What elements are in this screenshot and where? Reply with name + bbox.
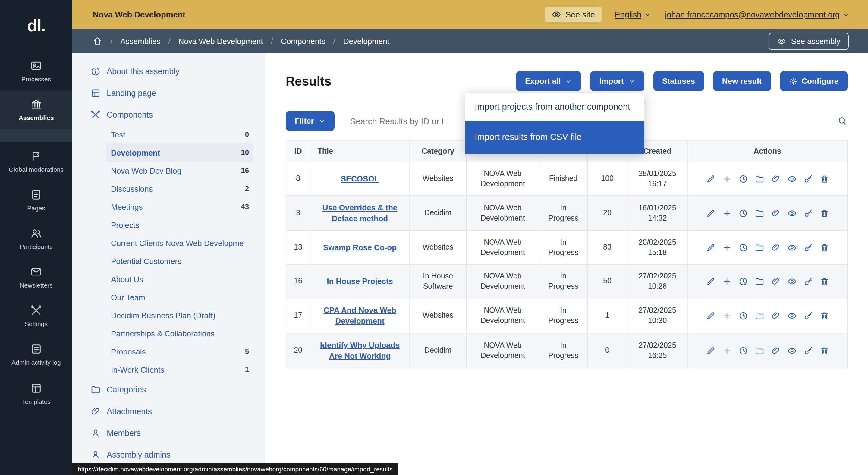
history-icon[interactable]: [738, 208, 748, 218]
edit-icon[interactable]: [706, 208, 715, 218]
permissions-icon[interactable]: [803, 243, 813, 252]
attachments-icon[interactable]: [771, 276, 780, 286]
dropdown-item-import-projects[interactable]: Import projects from another component: [465, 93, 644, 121]
history-icon[interactable]: [738, 243, 748, 252]
component-item-partnerships[interactable]: Partnerships & Collaborations: [106, 324, 254, 342]
result-title-link[interactable]: Swamp Rose Co-op: [323, 243, 397, 252]
component-item-blog[interactable]: Nova Web Dev Blog 16: [106, 162, 254, 180]
folder-icon[interactable]: [754, 311, 764, 320]
breadcrumb-item-assemblies[interactable]: Assemblies: [120, 36, 160, 45]
permissions-icon[interactable]: [803, 174, 813, 184]
result-title-link[interactable]: CPA And Nova Web Development: [323, 306, 396, 325]
component-item-meetings[interactable]: Meetings 43: [106, 198, 254, 216]
menu-assembly-admins[interactable]: Assembly admins: [72, 444, 265, 465]
nova-logo[interactable]: dl.: [0, 0, 72, 52]
sidebar-item-templates[interactable]: Templates: [0, 374, 72, 413]
folder-icon[interactable]: [754, 346, 764, 355]
new-result-button[interactable]: New result: [713, 71, 771, 91]
add-icon[interactable]: [722, 174, 732, 184]
sidebar-item-settings[interactable]: Settings: [0, 297, 72, 336]
component-item-proposals[interactable]: Proposals 5: [106, 342, 254, 360]
preview-icon[interactable]: [787, 208, 797, 218]
menu-about-assembly[interactable]: About this assembly: [72, 60, 265, 82]
attachments-icon[interactable]: [771, 243, 780, 252]
export-all-button[interactable]: Export all: [516, 71, 581, 91]
see-site-button[interactable]: See site: [545, 7, 601, 22]
edit-icon[interactable]: [706, 276, 715, 286]
folder-icon[interactable]: [754, 208, 764, 218]
attachments-icon[interactable]: [771, 346, 780, 355]
language-selector[interactable]: English: [615, 10, 652, 19]
filter-button[interactable]: Filter: [286, 111, 335, 131]
preview-icon[interactable]: [787, 276, 797, 286]
add-icon[interactable]: [722, 346, 732, 355]
folder-icon[interactable]: [754, 276, 764, 286]
menu-components[interactable]: Components: [72, 104, 265, 125]
home-icon[interactable]: [93, 36, 102, 46]
breadcrumb-item-assembly[interactable]: Nova Web Development: [178, 36, 263, 45]
dropdown-item-import-csv[interactable]: Import results from CSV file: [465, 121, 644, 154]
preview-icon[interactable]: [787, 174, 797, 184]
sidebar-item-assemblies[interactable]: Assemblies: [0, 90, 72, 129]
edit-icon[interactable]: [706, 174, 715, 184]
result-title-link[interactable]: Use Overrides & the Deface method: [322, 203, 398, 223]
edit-icon[interactable]: [706, 311, 715, 320]
configure-button[interactable]: Configure: [780, 71, 847, 91]
component-item-current-clients[interactable]: Current Clients Nova Web Development: [106, 234, 254, 252]
edit-icon[interactable]: [706, 346, 715, 355]
folder-icon[interactable]: [754, 174, 764, 184]
history-icon[interactable]: [738, 311, 748, 320]
add-icon[interactable]: [722, 208, 732, 218]
menu-attachments[interactable]: Attachments: [72, 400, 265, 422]
component-item-business-plan[interactable]: Decidim Business Plan (Draft): [106, 306, 254, 324]
result-title-link[interactable]: SECOSOL: [341, 174, 379, 183]
attachments-icon[interactable]: [771, 311, 780, 320]
preview-icon[interactable]: [787, 243, 797, 252]
see-assembly-button[interactable]: See assembly: [769, 32, 849, 50]
delete-icon[interactable]: [819, 243, 829, 252]
breadcrumb-item-development[interactable]: Development: [343, 36, 390, 45]
menu-landing-page[interactable]: Landing page: [72, 82, 265, 104]
component-item-potential-customers[interactable]: Potential Customers: [106, 252, 254, 270]
component-item-discussions[interactable]: Discussions 2: [106, 180, 254, 198]
preview-icon[interactable]: [787, 346, 797, 355]
permissions-icon[interactable]: [803, 311, 813, 320]
delete-icon[interactable]: [819, 346, 829, 355]
folder-icon[interactable]: [754, 243, 764, 252]
delete-icon[interactable]: [819, 276, 829, 286]
component-item-test[interactable]: Test 0: [106, 125, 254, 144]
delete-icon[interactable]: [819, 208, 829, 218]
attachments-icon[interactable]: [771, 174, 780, 184]
sidebar-item-admin-activity-log[interactable]: Admin activity log: [0, 336, 72, 374]
preview-icon[interactable]: [787, 311, 797, 320]
permissions-icon[interactable]: [803, 208, 813, 218]
component-item-development[interactable]: Development 10: [106, 144, 254, 162]
user-menu[interactable]: johan.francocampos@novawebdevelopment.or…: [665, 10, 850, 19]
add-icon[interactable]: [722, 276, 732, 286]
import-button[interactable]: Import: [590, 71, 644, 91]
search-icon[interactable]: [837, 116, 847, 126]
component-item-about-us[interactable]: About Us: [106, 270, 254, 288]
add-icon[interactable]: [722, 243, 732, 252]
component-item-projects[interactable]: Projects: [106, 216, 254, 234]
sidebar-item-participants[interactable]: Participants: [0, 220, 72, 258]
menu-categories[interactable]: Categories: [72, 379, 265, 400]
edit-icon[interactable]: [706, 243, 715, 252]
statuses-button[interactable]: Statuses: [653, 71, 704, 91]
sidebar-item-processes[interactable]: Processes: [0, 52, 72, 90]
menu-members[interactable]: Members: [72, 422, 265, 444]
delete-icon[interactable]: [819, 311, 829, 320]
sidebar-item-newsletters[interactable]: Newsletters: [0, 258, 72, 297]
history-icon[interactable]: [738, 346, 748, 355]
result-title-link[interactable]: In House Projects: [327, 277, 393, 286]
sidebar-item-global-moderations[interactable]: Global moderations: [0, 142, 72, 181]
add-icon[interactable]: [722, 311, 732, 320]
breadcrumb-item-components[interactable]: Components: [281, 36, 325, 45]
history-icon[interactable]: [738, 276, 748, 286]
result-title-link[interactable]: Identify Why Uploads Are Not Working: [320, 341, 400, 360]
history-icon[interactable]: [738, 174, 748, 184]
attachments-icon[interactable]: [771, 208, 780, 218]
component-item-our-team[interactable]: Our Team: [106, 288, 254, 306]
component-item-in-work-clients[interactable]: In-Work Clients 1: [106, 360, 254, 379]
delete-icon[interactable]: [819, 174, 829, 184]
